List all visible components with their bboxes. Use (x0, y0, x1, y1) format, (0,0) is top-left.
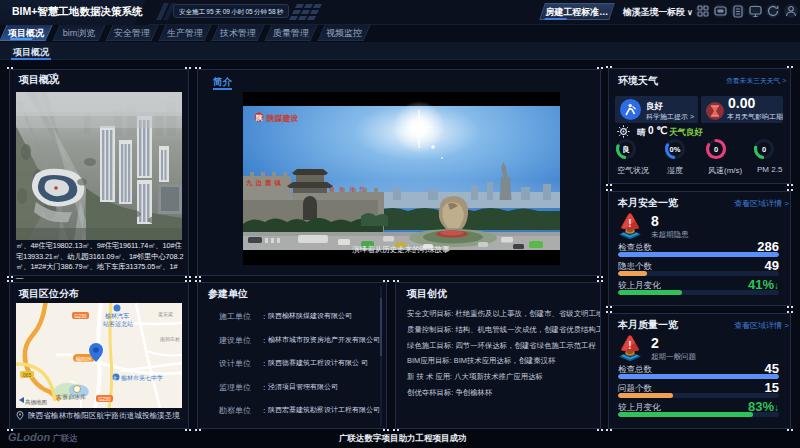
svg-text:榆林汽车: 榆林汽车 (105, 312, 129, 319)
svg-text:G230: G230 (74, 313, 86, 319)
svg-text:!: ! (628, 340, 631, 351)
svg-text:0%: 0% (670, 145, 681, 154)
svg-text:0: 0 (762, 145, 766, 154)
svg-text:G230: G230 (98, 396, 110, 402)
svg-text:大寨峁水库: 大寨峁水库 (56, 393, 86, 400)
svg-text:演绎着从历史走来的明珠故事: 演绎着从历史走来的明珠故事 (352, 245, 450, 254)
svg-text:榆阳区: 榆阳区 (76, 356, 93, 363)
svg-text:高德地图: 高德地图 (25, 399, 47, 406)
svg-text:陕: 陕 (256, 114, 263, 122)
svg-text:九边重镇: 九边重镇 (245, 179, 284, 187)
svg-text:站客运北站: 站客运北站 (103, 320, 133, 328)
svg-text:南郊庄村: 南郊庄村 (160, 336, 180, 343)
svg-text:!: ! (628, 218, 631, 229)
svg-text:榆林市第七中学: 榆林市第七中学 (121, 374, 163, 381)
svg-text:老安梁: 老安梁 (158, 311, 173, 317)
svg-text:陕煤建设: 陕煤建设 (267, 114, 299, 123)
svg-text:文: 文 (113, 375, 118, 381)
svg-text:0: 0 (714, 145, 718, 154)
svg-text:良: 良 (622, 145, 630, 154)
svg-text:065: 065 (23, 372, 32, 378)
